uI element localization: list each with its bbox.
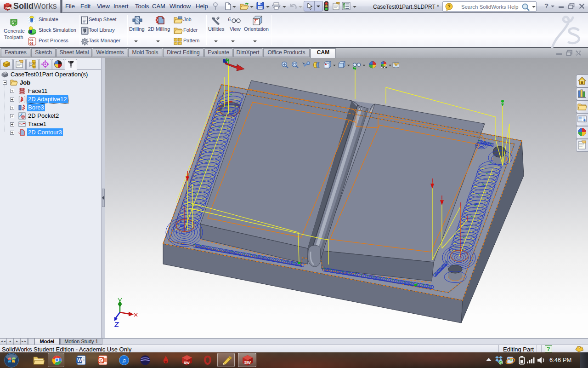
svg-text:SW: SW xyxy=(6,6,11,10)
svg-text:?: ? xyxy=(448,4,451,9)
svg-text:SW: SW xyxy=(184,361,190,365)
svg-text:♫: ♫ xyxy=(122,357,126,364)
svg-text:W: W xyxy=(77,357,82,363)
svg-text:G3: G3 xyxy=(29,42,34,45)
svg-text:6: 6 xyxy=(228,17,231,22)
svg-text:SW: SW xyxy=(244,360,251,365)
svg-text:?: ? xyxy=(547,346,550,352)
svg-text:G1: G1 xyxy=(29,38,34,41)
